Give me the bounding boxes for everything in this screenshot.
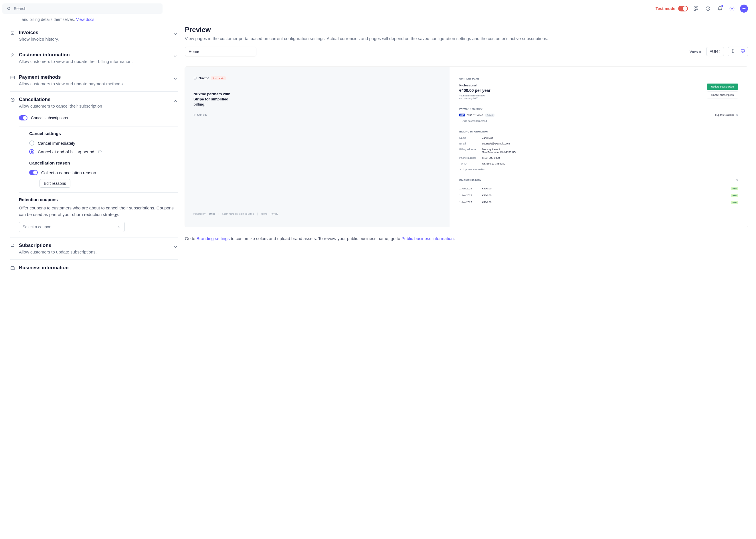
portal-tagline: Nuxtbe partners with Stripe for simplifi… <box>193 92 239 107</box>
select-icon <box>718 50 721 53</box>
section-invoices[interactable]: Invoices Show invoice history. <box>10 30 178 41</box>
intro-text-partial: and billing details themselves. View doc… <box>10 17 178 25</box>
svg-point-0 <box>7 7 10 9</box>
billing-email: example@example.com <box>482 142 738 145</box>
view-docs-link[interactable]: View docs <box>76 17 95 22</box>
cancel-settings-title: Cancel settings <box>29 131 178 136</box>
portal-preview: Nuxtbe Test mode Nuxtbe partners with St… <box>185 67 748 227</box>
store-icon <box>10 266 15 270</box>
cancel-subscriptions-toggle[interactable] <box>19 115 28 120</box>
notifications-button[interactable] <box>716 5 724 13</box>
user-icon <box>10 53 15 57</box>
chevron-down-icon <box>173 244 178 250</box>
invoice-row[interactable]: 1 Jan 2023 €400.00 Paid <box>459 199 738 206</box>
create-button[interactable] <box>740 5 748 13</box>
billing-info-label: BILLING INFORMATION <box>459 130 738 133</box>
terms-link[interactable]: Terms <box>261 212 267 215</box>
plan-renewal: Your subscription renews on 1 January 20… <box>459 94 488 100</box>
settings-button[interactable] <box>728 5 736 13</box>
default-badge: Default <box>485 114 494 117</box>
select-icon <box>117 225 121 229</box>
public-business-info-link[interactable]: Public business information <box>402 236 454 241</box>
update-information-link[interactable]: Update information <box>459 168 738 171</box>
stripe-logo: stripe <box>209 212 215 215</box>
apps-icon <box>693 6 699 11</box>
retention-title: Retention coupons <box>19 197 178 202</box>
payment-method-row: VISA Visa •••• 4242 Default Expires 12/2… <box>459 114 738 117</box>
test-mode-label: Test mode <box>655 6 675 11</box>
plus-icon: + <box>459 119 461 122</box>
swap-icon <box>10 244 15 248</box>
search-input[interactable]: Search <box>2 3 163 14</box>
svg-rect-10 <box>11 76 14 79</box>
chevron-down-icon <box>173 32 178 37</box>
plan-price: €400.00 per year <box>459 88 703 93</box>
radio-cancel-immediately[interactable]: Cancel immediately <box>29 139 178 147</box>
notification-dot <box>721 5 723 7</box>
svg-point-9 <box>12 54 13 55</box>
remove-card-icon[interactable]: ✕ <box>736 114 738 117</box>
section-subscriptions[interactable]: Subscriptions Allow customers to update … <box>10 243 178 254</box>
brand-name: Nuxtbe <box>198 76 209 80</box>
visa-badge: VISA <box>459 114 465 116</box>
section-cancellations[interactable]: Cancellations Allow customers to cancel … <box>10 97 178 109</box>
cancel-subscriptions-label: Cancel subscriptions <box>31 116 68 120</box>
chevron-down-icon <box>173 76 178 81</box>
branding-footer-note: Go to Branding settings to customize col… <box>185 235 748 242</box>
sign-out-link[interactable]: Sign out <box>193 113 441 116</box>
svg-rect-2 <box>694 7 695 8</box>
paid-badge: Paid <box>731 187 738 190</box>
test-mode-toggle[interactable] <box>678 6 688 11</box>
svg-line-17 <box>737 181 738 181</box>
radio-icon <box>29 149 34 154</box>
payment-method-label: PAYMENT METHOD <box>459 108 738 110</box>
invoice-row[interactable]: 1 Jan 2025 €400.00 Paid <box>459 185 738 192</box>
svg-point-6 <box>708 9 708 10</box>
retention-desc: Offer coupons to customers who are about… <box>19 205 178 218</box>
apps-button[interactable] <box>692 5 700 13</box>
collect-reason-toggle[interactable] <box>29 170 38 175</box>
plan-name: Professional <box>459 84 703 87</box>
test-mode-badge: Test mode <box>211 76 225 80</box>
section-customer-info[interactable]: Customer information Allow customers to … <box>10 52 178 64</box>
desktop-icon <box>741 49 745 53</box>
back-icon <box>193 114 196 116</box>
svg-line-1 <box>10 9 11 10</box>
currency-select[interactable]: EUR <box>706 47 724 56</box>
paid-badge: Paid <box>731 194 738 197</box>
search-icon[interactable] <box>735 179 738 182</box>
svg-rect-14 <box>741 49 745 52</box>
cancel-subscription-button[interactable]: Cancel subscription <box>707 92 738 99</box>
section-payment-methods[interactable]: Payment methods Allow customers to view … <box>10 74 178 86</box>
gear-icon <box>729 6 734 11</box>
help-icon <box>705 6 711 11</box>
info-icon <box>98 150 102 154</box>
device-desktop-button[interactable] <box>738 47 748 56</box>
svg-point-16 <box>736 179 738 181</box>
branding-settings-link[interactable]: Branding settings <box>196 236 230 241</box>
chevron-down-icon <box>173 54 178 59</box>
radio-cancel-end-period[interactable]: Cancel at end of billing period <box>29 147 178 156</box>
section-business-info[interactable]: Business information <box>10 265 178 270</box>
search-icon <box>7 7 11 11</box>
preview-title: Preview <box>185 26 748 34</box>
preview-page-select[interactable]: Home <box>185 47 257 56</box>
billing-tax-id: US EIN 12-3456789 <box>482 162 738 165</box>
edit-reasons-button[interactable]: Edit reasons <box>39 179 70 188</box>
billing-name: Jane Doe <box>482 136 738 139</box>
plus-icon <box>741 6 747 11</box>
invoice-history-label: INVOICE HISTORY <box>459 179 482 182</box>
add-payment-method-link[interactable]: + Add payment method <box>459 119 738 122</box>
billing-phone: (415) 000-0000 <box>482 157 738 159</box>
cancel-icon <box>10 98 15 102</box>
device-mobile-button[interactable] <box>728 47 738 56</box>
select-icon <box>249 50 253 53</box>
help-button[interactable] <box>704 5 712 13</box>
retention-coupon-select[interactable]: Select a coupon... <box>19 222 125 232</box>
update-subscription-button[interactable]: Update subscription <box>707 84 738 90</box>
mobile-icon <box>731 49 735 53</box>
learn-more-link[interactable]: Learn more about Stripe Billing <box>222 212 254 215</box>
privacy-link[interactable]: Privacy <box>271 212 278 215</box>
view-in-label: View in <box>690 49 703 54</box>
invoice-row[interactable]: 1 Jan 2024 €400.00 Paid <box>459 192 738 199</box>
